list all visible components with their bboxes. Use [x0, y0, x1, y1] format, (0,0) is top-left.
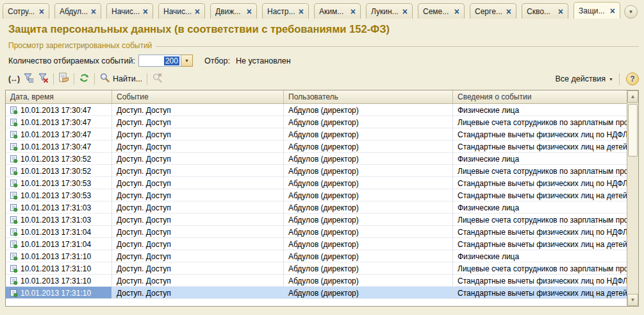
count-dropdown-button[interactable]: ▼ [181, 55, 193, 67]
cell-date[interactable]: 10.01.2013 17:31:10 [6, 262, 112, 275]
cell-user[interactable]: Абдулов (директор) [284, 214, 453, 226]
cell-event[interactable]: Доступ. Доступ [112, 116, 284, 128]
cell-event[interactable]: Доступ. Доступ [112, 128, 284, 140]
tab-close-icon[interactable]: × [195, 8, 200, 15]
tab-item[interactable]: Серге...× [470, 3, 516, 19]
table-row[interactable]: 10.01.2013 17:30:47Доступ. ДоступАбдулов… [6, 128, 627, 140]
column-header-user[interactable]: Пользователь [284, 90, 453, 103]
cell-info[interactable]: Стандартные вычеты физических лиц на дет… [453, 287, 627, 299]
column-header-event[interactable]: Событие [112, 90, 284, 103]
cell-date[interactable]: 10.01.2013 17:31:10 [6, 250, 112, 262]
table-row[interactable]: 10.01.2013 17:31:10Доступ. ДоступАбдулов… [6, 287, 627, 299]
cell-user[interactable]: Абдулов (директор) [284, 226, 453, 238]
set-filter-button[interactable] [21, 72, 36, 86]
table-row[interactable]: 10.01.2013 17:30:52Доступ. ДоступАбдулов… [6, 153, 627, 165]
table-row[interactable]: 10.01.2013 17:31:10Доступ. ДоступАбдулов… [6, 262, 627, 275]
table-row[interactable]: 10.01.2013 17:30:52Доступ. ДоступАбдулов… [6, 165, 627, 177]
tab-close-icon[interactable]: × [610, 7, 615, 15]
table-row[interactable]: 10.01.2013 17:31:03Доступ. ДоступАбдулов… [6, 201, 627, 214]
cell-date[interactable]: 10.01.2013 17:31:10 [6, 275, 112, 287]
cell-info[interactable]: Стандартные вычеты физических лиц по НДФ… [453, 128, 627, 140]
table-row[interactable]: 10.01.2013 17:30:53Доступ. ДоступАбдулов… [6, 177, 627, 189]
table-row[interactable]: 10.01.2013 17:30:47Доступ. ДоступАбдулов… [6, 116, 627, 128]
tab-close-icon[interactable]: × [351, 8, 356, 15]
cell-user[interactable]: Абдулов (директор) [284, 189, 453, 201]
table-row[interactable]: 10.01.2013 17:31:03Доступ. ДоступАбдулов… [6, 214, 627, 226]
column-header-date[interactable]: Дата, время [6, 90, 112, 103]
help-button[interactable]: ? [626, 72, 639, 85]
cell-date[interactable]: 10.01.2013 17:31:04 [6, 226, 112, 238]
cell-user[interactable]: Абдулов (директор) [284, 116, 453, 128]
cell-event[interactable]: Доступ. Доступ [112, 153, 284, 165]
cell-event[interactable]: Доступ. Доступ [112, 214, 284, 226]
cell-user[interactable]: Абдулов (директор) [284, 153, 453, 165]
cell-info[interactable]: Лицевые счета сотрудников по зарплатным … [453, 165, 627, 177]
cell-info[interactable]: Лицевые счета сотрудников по зарплатным … [453, 214, 627, 226]
cell-user[interactable]: Абдулов (директор) [284, 128, 453, 140]
cell-info[interactable]: Стандартные вычеты физических лиц по НДФ… [453, 275, 627, 287]
cell-user[interactable]: Абдулов (директор) [284, 140, 453, 153]
table-row[interactable]: 10.01.2013 17:31:10Доступ. ДоступАбдулов… [6, 250, 627, 262]
cell-event[interactable]: Доступ. Доступ [112, 140, 284, 153]
tab-item[interactable]: Семе...× [418, 3, 465, 19]
cell-date[interactable]: 10.01.2013 17:30:53 [6, 189, 112, 201]
cell-event[interactable]: Доступ. Доступ [112, 262, 284, 275]
table-row[interactable]: 10.01.2013 17:31:04Доступ. ДоступАбдулов… [6, 226, 627, 238]
cell-date[interactable]: 10.01.2013 17:30:47 [6, 116, 112, 128]
scroll-down-button[interactable]: ▼ [627, 294, 638, 306]
tab-item[interactable]: Абдул...× [54, 3, 101, 19]
cell-user[interactable]: Абдулов (директор) [284, 201, 453, 214]
cell-info[interactable]: Физические лица [453, 250, 627, 262]
cell-info[interactable]: Физические лица [453, 104, 627, 116]
scrollbar-thumb[interactable] [628, 104, 638, 157]
table-row[interactable]: 10.01.2013 17:31:10Доступ. ДоступАбдулов… [6, 275, 627, 287]
cell-date[interactable]: 10.01.2013 17:30:52 [6, 165, 112, 177]
cell-user[interactable]: Абдулов (директор) [284, 250, 453, 262]
cell-user[interactable]: Абдулов (директор) [284, 275, 453, 287]
cell-info[interactable]: Физические лица [453, 201, 627, 214]
cell-event[interactable]: Доступ. Доступ [112, 189, 284, 201]
scroll-up-button[interactable]: ▲ [627, 90, 638, 103]
autofit-columns-button[interactable]: (↔) [6, 72, 21, 86]
cell-user[interactable]: Абдулов (директор) [284, 287, 453, 299]
cell-date[interactable]: 10.01.2013 17:31:03 [6, 201, 112, 214]
cell-date[interactable]: 10.01.2013 17:30:47 [6, 104, 112, 116]
tab-item[interactable]: Начис...× [106, 3, 153, 19]
open-event-button[interactable] [56, 72, 71, 86]
cell-date[interactable]: 10.01.2013 17:30:53 [6, 177, 112, 189]
cell-date[interactable]: 10.01.2013 17:31:03 [6, 214, 112, 226]
tab-item[interactable]: Лукин...× [366, 3, 413, 19]
cell-date[interactable]: 10.01.2013 17:31:04 [6, 238, 112, 250]
tab-item[interactable]: Начис...× [158, 3, 205, 19]
tab-item[interactable]: Настр...× [262, 3, 309, 19]
cell-info[interactable]: Стандартные вычеты физических лиц на дет… [453, 140, 627, 153]
cell-info[interactable]: Лицевые счета сотрудников по зарплатным … [453, 262, 627, 275]
tab-overflow-button[interactable]: ▼ [624, 5, 638, 19]
table-row[interactable]: 10.01.2013 17:30:47Доступ. ДоступАбдулов… [6, 104, 627, 116]
cell-event[interactable]: Доступ. Доступ [112, 250, 284, 262]
cell-event[interactable]: Доступ. Доступ [112, 177, 284, 189]
tab-close-icon[interactable]: × [402, 8, 408, 15]
cell-info[interactable]: Стандартные вычеты физических лиц на дет… [453, 238, 627, 250]
cell-event[interactable]: Доступ. Доступ [112, 287, 284, 299]
tab-close-icon[interactable]: × [143, 8, 148, 15]
cell-date[interactable]: 10.01.2013 17:31:10 [6, 287, 112, 299]
tab-close-icon[interactable]: × [39, 8, 44, 15]
cell-info[interactable]: Стандартные вычеты физических лиц на дет… [453, 189, 627, 201]
refresh-button[interactable] [77, 72, 92, 86]
tab-item[interactable]: Скво...× [522, 3, 568, 19]
cell-user[interactable]: Абдулов (директор) [284, 104, 453, 116]
table-row[interactable]: 10.01.2013 17:30:47Доступ. ДоступАбдулов… [6, 140, 627, 153]
cell-event[interactable]: Доступ. Доступ [112, 226, 284, 238]
cell-event[interactable]: Доступ. Доступ [112, 201, 284, 214]
table-row[interactable]: 10.01.2013 17:30:53Доступ. ДоступАбдулов… [6, 189, 627, 201]
cell-event[interactable]: Доступ. Доступ [112, 104, 284, 116]
cell-info[interactable]: Физические лица [453, 153, 627, 165]
tab-close-icon[interactable]: × [247, 8, 252, 15]
table-row[interactable]: 10.01.2013 17:31:04Доступ. ДоступАбдулов… [6, 238, 627, 250]
column-header-info[interactable]: Сведения о событии [453, 90, 627, 103]
cell-user[interactable]: Абдулов (директор) [284, 262, 453, 275]
tab-item[interactable]: Аким...× [314, 3, 361, 19]
tab-item[interactable]: Сотру...× [3, 3, 49, 19]
find-button[interactable]: Найти... [97, 72, 144, 86]
